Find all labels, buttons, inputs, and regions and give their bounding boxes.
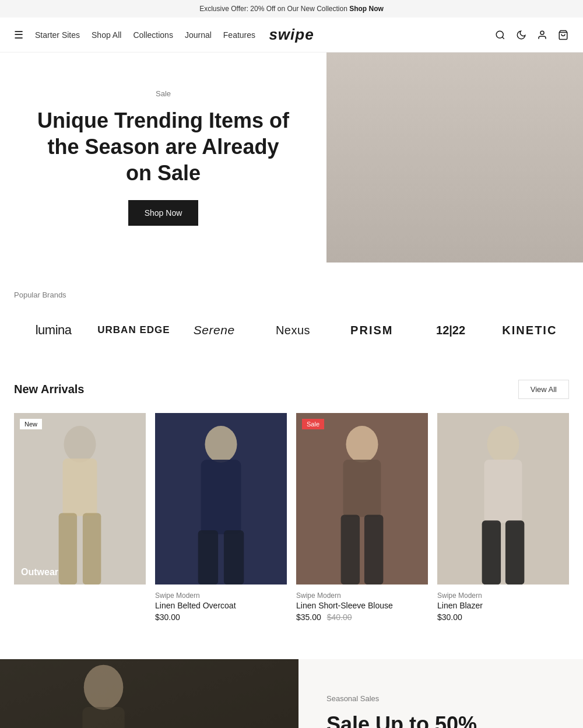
product-brand-blazer: Swipe Modern <box>437 592 569 600</box>
svg-point-1 <box>540 31 544 34</box>
cart-icon[interactable] <box>557 29 569 41</box>
product-card-outwear[interactable]: New Outwear <box>14 413 146 622</box>
svg-rect-3 <box>326 52 583 262</box>
hero-content: Sale Unique Trending Items of the Season… <box>0 52 326 262</box>
product-card-blouse[interactable]: Sale Swipe Modern Linen Short-Sleeve Blo… <box>296 413 428 622</box>
svg-point-0 <box>496 31 503 38</box>
svg-rect-13 <box>83 513 101 584</box>
search-icon[interactable] <box>494 29 506 41</box>
product-image-outwear: New Outwear <box>14 413 146 584</box>
account-icon[interactable] <box>536 29 548 41</box>
sale-info-side: Seasonal Sales Sale Up to 50% Seize the … <box>298 659 583 728</box>
svg-rect-17 <box>198 530 218 584</box>
announcement-bar: Exclusive Offer: 20% Off on Our New Coll… <box>0 0 583 18</box>
hamburger-icon[interactable]: ☰ <box>14 29 23 41</box>
svg-rect-4 <box>326 52 583 262</box>
navigation: ☰ Starter Sites Shop All Collections Jou… <box>0 18 583 52</box>
sale-banner-section: 01 Days : 23 Hours : 15 Minutes : 23 Sec… <box>0 659 583 728</box>
product-overlay-label-outwear: Outwear <box>21 567 58 578</box>
product-badge-new: New <box>20 419 42 429</box>
svg-rect-6 <box>429 120 481 213</box>
svg-rect-28 <box>505 520 524 584</box>
brand-urban-edge[interactable]: URBAN EDGE <box>93 320 174 341</box>
nav-link-starter-sites[interactable]: Starter Sites <box>35 30 80 40</box>
hero-shop-now-button[interactable]: Shop Now <box>128 200 199 226</box>
product-name-overcoat: Linen Belted Overcoat <box>155 601 287 610</box>
nav-link-journal[interactable]: Journal <box>185 30 212 40</box>
svg-rect-26 <box>484 460 522 523</box>
nav-left: ☰ Starter Sites Shop All Collections Jou… <box>14 29 292 41</box>
brand-serene[interactable]: Serene <box>175 318 254 342</box>
brand-lumina[interactable]: lumina <box>14 318 93 342</box>
product-price-blouse: $35.00 $40.00 <box>296 612 428 622</box>
product-brand-blouse: Swipe Modern <box>296 592 428 600</box>
nav-link-shop-all[interactable]: Shop All <box>92 30 121 40</box>
sale-title: Sale Up to 50% <box>326 712 555 728</box>
countdown-background: 01 Days : 23 Hours : 15 Minutes : 23 Sec… <box>0 659 298 728</box>
announcement-text: Exclusive Offer: 20% Off on Our New Coll… <box>199 5 347 13</box>
product-image-overcoat <box>155 413 287 584</box>
svg-point-20 <box>346 426 378 463</box>
new-arrivals-title: New Arrivals <box>14 383 84 396</box>
svg-rect-12 <box>59 513 77 584</box>
brand-nexus[interactable]: Nexus <box>254 319 332 342</box>
new-arrivals-header: New Arrivals View All <box>14 380 569 399</box>
product-price-blazer: $30.00 <box>437 612 569 622</box>
hero-image <box>326 52 583 262</box>
svg-rect-11 <box>63 459 97 516</box>
product-image-blazer <box>437 413 569 584</box>
nav-link-features[interactable]: Features <box>223 30 255 40</box>
product-img-sim-outwear <box>14 413 146 584</box>
countdown-side: 01 Days : 23 Hours : 15 Minutes : 23 Sec… <box>0 659 298 728</box>
nav-link-collections[interactable]: Collections <box>133 30 173 40</box>
new-arrivals-section: New Arrivals View All New Outwear <box>0 361 583 640</box>
sale-tag: Seasonal Sales <box>326 694 555 703</box>
brands-list: lumina URBAN EDGE Serene Nexus PRISM 12|… <box>14 318 569 342</box>
svg-rect-7 <box>424 187 451 262</box>
product-img-sim-overcoat <box>155 413 287 584</box>
svg-point-5 <box>434 75 475 124</box>
product-sale-price-blouse: $35.00 <box>296 612 321 622</box>
brand-twelve22[interactable]: 12|22 <box>411 319 490 342</box>
brand-kinetic[interactable]: KINETIC <box>490 319 569 342</box>
svg-point-15 <box>205 426 237 463</box>
product-badge-sale: Sale <box>302 419 324 429</box>
brands-label: Popular Brands <box>14 290 569 299</box>
view-all-button[interactable]: View All <box>518 380 569 399</box>
svg-rect-18 <box>224 530 244 584</box>
site-logo[interactable]: swipe <box>269 26 314 44</box>
announcement-cta[interactable]: Shop Now <box>349 5 384 13</box>
svg-point-25 <box>487 426 519 463</box>
svg-rect-27 <box>482 520 501 584</box>
hero-title: Unique Trending Items of the Season are … <box>35 107 292 186</box>
svg-rect-16 <box>201 460 241 534</box>
hero-tag: Sale <box>35 89 292 98</box>
product-card-blazer[interactable]: Swipe Modern Linen Blazer $30.00 <box>437 413 569 622</box>
product-image-blouse: Sale <box>296 413 428 584</box>
svg-rect-22 <box>341 514 360 584</box>
product-name-blazer: Linen Blazer <box>437 601 569 610</box>
product-original-price-blouse: $40.00 <box>327 612 352 622</box>
svg-rect-23 <box>364 514 383 584</box>
products-grid: New Outwear <box>14 413 569 622</box>
svg-rect-21 <box>343 460 381 517</box>
hero-model-image <box>326 52 583 262</box>
brands-section: Popular Brands lumina URBAN EDGE Serene … <box>0 262 583 361</box>
hero-section: Sale Unique Trending Items of the Season… <box>0 52 583 262</box>
dark-mode-icon[interactable] <box>515 29 527 41</box>
product-card-overcoat[interactable]: Swipe Modern Linen Belted Overcoat $30.0… <box>155 413 287 622</box>
product-price-value-overcoat: $30.00 <box>155 612 180 622</box>
product-img-sim-blazer <box>437 413 569 584</box>
product-brand-overcoat: Swipe Modern <box>155 592 287 600</box>
product-price-value-blazer: $30.00 <box>437 612 462 622</box>
product-price-overcoat: $30.00 <box>155 612 287 622</box>
nav-right <box>292 29 569 41</box>
svg-point-10 <box>64 426 96 463</box>
product-img-sim-blouse <box>296 413 428 584</box>
svg-rect-8 <box>459 187 485 262</box>
brand-prism[interactable]: PRISM <box>332 319 411 342</box>
product-name-blouse: Linen Short-Sleeve Blouse <box>296 601 428 610</box>
